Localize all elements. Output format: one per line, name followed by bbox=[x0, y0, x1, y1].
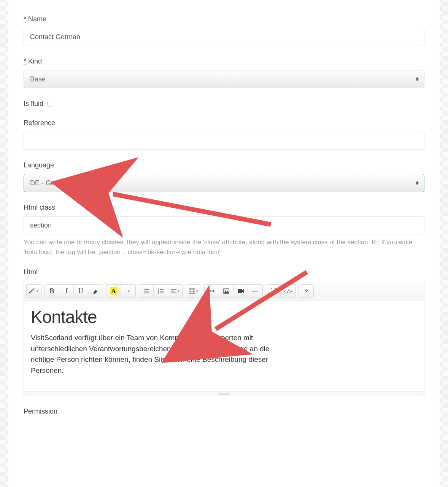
language-value: DE - German bbox=[30, 179, 70, 187]
is-fluid-label: Is fluid bbox=[24, 100, 43, 108]
magic-wand-icon bbox=[29, 288, 35, 294]
permission-label: Permission bbox=[24, 407, 424, 415]
unordered-list-button[interactable] bbox=[139, 285, 154, 298]
editor-paragraph: VisitScotland verfügt über ein Team von … bbox=[31, 333, 274, 376]
link-button[interactable] bbox=[205, 285, 219, 298]
editor-heading: Kontakte bbox=[31, 307, 417, 327]
fullscreen-icon bbox=[271, 288, 276, 294]
editor-resize-handle[interactable] bbox=[24, 391, 424, 396]
name-label-text: Name bbox=[28, 15, 46, 23]
image-button[interactable] bbox=[219, 285, 234, 298]
kind-label-text: Kind bbox=[28, 57, 42, 65]
svg-rect-13 bbox=[171, 291, 175, 291]
magic-button[interactable]: ▾ bbox=[27, 285, 41, 298]
editor-toolbar: ▾ B I U A ▾ bbox=[24, 281, 424, 301]
svg-rect-1 bbox=[145, 289, 149, 290]
code-view-button[interactable]: </> bbox=[281, 285, 295, 298]
html-class-label: Html class bbox=[24, 204, 424, 212]
svg-point-4 bbox=[143, 293, 145, 294]
image-icon bbox=[223, 288, 229, 294]
required-star: * bbox=[24, 57, 26, 65]
video-icon bbox=[238, 289, 244, 293]
field-html: Html ▾ B I U bbox=[24, 268, 424, 396]
editor-content[interactable]: Kontakte VisitScotland verfügt über ein … bbox=[24, 301, 424, 391]
svg-text:3: 3 bbox=[158, 292, 159, 294]
required-star: * bbox=[24, 15, 26, 23]
reference-label: Reference bbox=[24, 119, 424, 127]
svg-rect-15 bbox=[189, 288, 195, 294]
ol-icon: 123 bbox=[158, 288, 164, 294]
italic-button[interactable]: I bbox=[59, 285, 74, 298]
field-language: Language DE - German bbox=[24, 161, 424, 192]
html-label: Html bbox=[24, 268, 424, 276]
svg-rect-7 bbox=[160, 289, 164, 290]
hr-icon bbox=[252, 290, 258, 292]
video-button[interactable] bbox=[234, 285, 248, 298]
help-button[interactable]: ? bbox=[299, 285, 313, 298]
reference-input[interactable] bbox=[24, 132, 424, 150]
eraser-icon bbox=[92, 288, 98, 294]
font-color-icon: A bbox=[110, 287, 118, 295]
table-button[interactable]: ▾ bbox=[186, 285, 201, 298]
svg-point-21 bbox=[224, 290, 226, 291]
is-fluid-checkbox[interactable] bbox=[47, 101, 53, 107]
bold-button[interactable]: B bbox=[45, 285, 59, 298]
select-caret-icon bbox=[415, 77, 419, 81]
link-icon bbox=[209, 288, 215, 294]
rich-text-editor: ▾ B I U A ▾ bbox=[24, 281, 424, 396]
field-reference: Reference bbox=[24, 119, 424, 150]
svg-rect-14 bbox=[171, 293, 176, 293]
svg-rect-9 bbox=[160, 291, 164, 291]
table-icon bbox=[189, 288, 195, 294]
language-select[interactable]: DE - German bbox=[24, 174, 424, 192]
language-label: Language bbox=[24, 161, 424, 169]
kind-label: * Kind bbox=[24, 57, 424, 65]
kind-value: Base bbox=[30, 75, 46, 83]
fullscreen-button[interactable] bbox=[266, 285, 281, 298]
ul-icon bbox=[143, 288, 149, 294]
svg-point-0 bbox=[143, 289, 145, 290]
svg-rect-22 bbox=[238, 289, 242, 293]
font-color-dropdown[interactable]: ▾ bbox=[121, 285, 135, 298]
field-is-fluid: Is fluid bbox=[24, 100, 424, 108]
field-html-class: Html class You can write one or many cla… bbox=[24, 204, 424, 257]
svg-rect-5 bbox=[145, 293, 149, 293]
svg-rect-11 bbox=[160, 293, 164, 293]
field-name: * Name bbox=[24, 15, 424, 46]
field-kind: * Kind Base bbox=[24, 57, 424, 88]
align-button[interactable]: ▾ bbox=[168, 285, 183, 298]
name-label: * Name bbox=[24, 15, 424, 23]
field-permission: Permission bbox=[24, 407, 424, 415]
html-class-help: You can write one or many classes, they … bbox=[24, 237, 424, 257]
align-icon bbox=[171, 289, 176, 293]
svg-rect-23 bbox=[252, 291, 258, 291]
eraser-button[interactable] bbox=[88, 285, 103, 298]
font-color-button[interactable]: A bbox=[106, 285, 121, 298]
kind-select[interactable]: Base bbox=[24, 70, 424, 88]
ordered-list-button[interactable]: 123 bbox=[154, 285, 168, 298]
svg-rect-3 bbox=[145, 291, 149, 291]
select-caret-icon bbox=[415, 181, 419, 185]
form-panel: * Name * Kind Base Is fluid Reference La… bbox=[8, 0, 440, 487]
svg-rect-12 bbox=[171, 289, 176, 290]
underline-button[interactable]: U bbox=[74, 285, 88, 298]
svg-point-2 bbox=[143, 291, 145, 292]
name-input[interactable] bbox=[24, 28, 424, 46]
html-class-input[interactable] bbox=[24, 216, 424, 234]
hr-button[interactable] bbox=[248, 285, 262, 298]
